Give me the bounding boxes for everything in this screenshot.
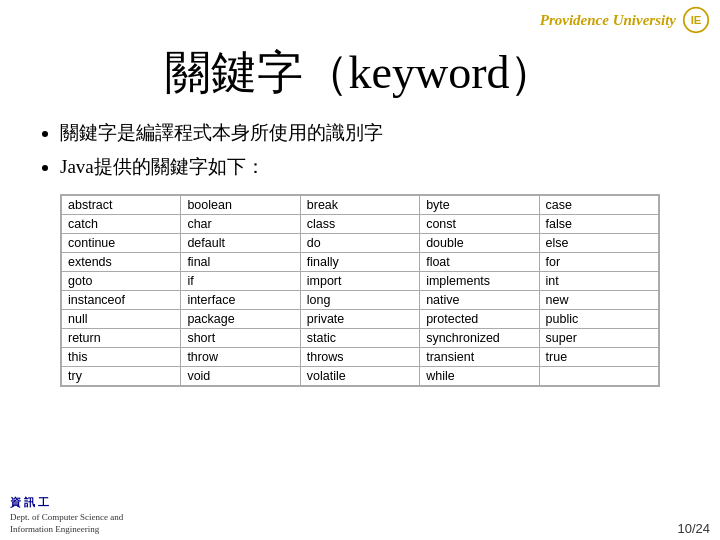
table-cell: const bbox=[420, 215, 539, 234]
dept-name-en1: Dept. of Computer Science and bbox=[10, 511, 123, 524]
footer: 資 訊 工 Dept. of Computer Science and Info… bbox=[0, 491, 720, 540]
table-cell: byte bbox=[420, 196, 539, 215]
table-row: instanceofinterfacelongnativenew bbox=[62, 291, 659, 310]
table-cell: default bbox=[181, 234, 300, 253]
table-cell: native bbox=[420, 291, 539, 310]
table-cell: float bbox=[420, 253, 539, 272]
table-cell: final bbox=[181, 253, 300, 272]
table-cell: short bbox=[181, 329, 300, 348]
table-cell: if bbox=[181, 272, 300, 291]
table-row: catchcharclassconstfalse bbox=[62, 215, 659, 234]
table-cell: break bbox=[300, 196, 419, 215]
keyword-table: abstractbooleanbreakbytecasecatchcharcla… bbox=[61, 195, 659, 386]
table-cell: false bbox=[539, 215, 658, 234]
table-cell: throws bbox=[300, 348, 419, 367]
table-cell: goto bbox=[62, 272, 181, 291]
table-cell: do bbox=[300, 234, 419, 253]
svg-text:IE: IE bbox=[691, 14, 702, 26]
table-body: abstractbooleanbreakbytecasecatchcharcla… bbox=[62, 196, 659, 386]
table-cell: char bbox=[181, 215, 300, 234]
table-cell: abstract bbox=[62, 196, 181, 215]
table-cell: instanceof bbox=[62, 291, 181, 310]
table-cell: throw bbox=[181, 348, 300, 367]
table-cell: else bbox=[539, 234, 658, 253]
table-cell: return bbox=[62, 329, 181, 348]
table-cell: protected bbox=[420, 310, 539, 329]
header: Providence University IE bbox=[530, 0, 720, 40]
table-cell: synchronized bbox=[420, 329, 539, 348]
table-cell: import bbox=[300, 272, 419, 291]
table-row: thisthrowthrowstransienttrue bbox=[62, 348, 659, 367]
table-cell: double bbox=[420, 234, 539, 253]
table-cell: this bbox=[62, 348, 181, 367]
table-cell: for bbox=[539, 253, 658, 272]
table-row: returnshortstaticsynchronizedsuper bbox=[62, 329, 659, 348]
table-cell: private bbox=[300, 310, 419, 329]
table-cell: boolean bbox=[181, 196, 300, 215]
table-cell: finally bbox=[300, 253, 419, 272]
table-cell: public bbox=[539, 310, 658, 329]
table-cell: package bbox=[181, 310, 300, 329]
table-cell: extends bbox=[62, 253, 181, 272]
table-cell: static bbox=[300, 329, 419, 348]
table-cell bbox=[539, 367, 658, 386]
table-cell: int bbox=[539, 272, 658, 291]
table-row: gotoifimportimplementsint bbox=[62, 272, 659, 291]
table-cell: continue bbox=[62, 234, 181, 253]
table-row: tryvoidvolatilewhile bbox=[62, 367, 659, 386]
table-cell: long bbox=[300, 291, 419, 310]
university-name: Providence University bbox=[540, 12, 676, 29]
table-cell: null bbox=[62, 310, 181, 329]
table-row: extendsfinalfinallyfloatfor bbox=[62, 253, 659, 272]
table-row: nullpackageprivateprotectedpublic bbox=[62, 310, 659, 329]
table-row: continuedefaultdodoubleelse bbox=[62, 234, 659, 253]
table-cell: new bbox=[539, 291, 658, 310]
table-cell: case bbox=[539, 196, 658, 215]
dept-info: 資 訊 工 Dept. of Computer Science and Info… bbox=[10, 495, 123, 536]
table-row: abstractbooleanbreakbytecase bbox=[62, 196, 659, 215]
dept-name-en2: Information Engineering bbox=[10, 523, 123, 536]
table-cell: interface bbox=[181, 291, 300, 310]
table-cell: implements bbox=[420, 272, 539, 291]
table-cell: volatile bbox=[300, 367, 419, 386]
dept-name-cn: 資 訊 工 bbox=[10, 495, 123, 510]
page-title: 關鍵字（keyword） bbox=[0, 42, 720, 104]
table-cell: void bbox=[181, 367, 300, 386]
table-cell: class bbox=[300, 215, 419, 234]
bullet-list: 關鍵字是編譯程式本身所使用的識別字 Java提供的關鍵字如下： bbox=[60, 120, 720, 180]
keyword-table-container: abstractbooleanbreakbytecasecatchcharcla… bbox=[60, 194, 660, 387]
table-cell: true bbox=[539, 348, 658, 367]
table-cell: try bbox=[62, 367, 181, 386]
table-cell: transient bbox=[420, 348, 539, 367]
university-logo-icon: IE bbox=[682, 6, 710, 34]
table-cell: catch bbox=[62, 215, 181, 234]
table-cell: while bbox=[420, 367, 539, 386]
bullet-item-1: 關鍵字是編譯程式本身所使用的識別字 bbox=[60, 120, 720, 146]
bullet-item-2: Java提供的關鍵字如下： bbox=[60, 154, 720, 180]
page-number: 10/24 bbox=[677, 521, 710, 536]
table-cell: super bbox=[539, 329, 658, 348]
